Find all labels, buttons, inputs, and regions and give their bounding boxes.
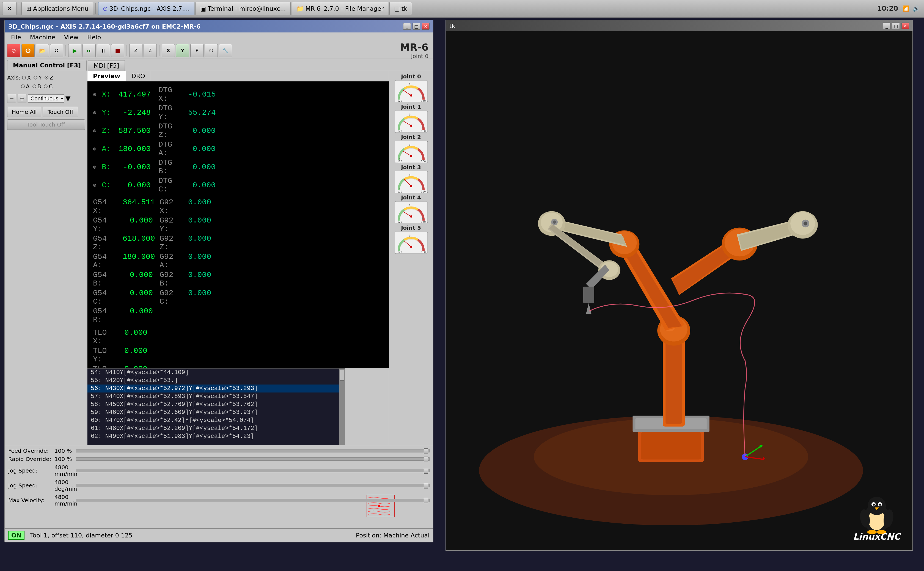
slider-thumb[interactable] bbox=[424, 483, 428, 489]
gcode-scrollbar[interactable] bbox=[339, 369, 345, 445]
home-all-button[interactable]: Home All bbox=[7, 107, 41, 117]
axis-b-radio[interactable]: B bbox=[32, 83, 41, 90]
override-slider[interactable] bbox=[76, 457, 430, 461]
axis-a-radio[interactable]: A bbox=[21, 83, 30, 90]
y-axis-button[interactable]: Y bbox=[176, 44, 189, 57]
reload-button[interactable]: ↺ bbox=[50, 44, 63, 57]
override-slider[interactable] bbox=[76, 449, 430, 452]
dro-dtg-label: DTG B: bbox=[158, 159, 186, 176]
tool-touch-off-button[interactable]: Tool Touch Off bbox=[7, 119, 85, 130]
override-value: 100 % bbox=[54, 456, 74, 462]
mode-tabs: Manual Control [F3] MDI [F5] bbox=[5, 59, 433, 71]
manual-control-tab[interactable]: Manual Control [F3] bbox=[7, 60, 86, 71]
taskbar-terminal-btn[interactable]: ▣ Terminal - mirco@linuxc... bbox=[196, 2, 290, 15]
touch-off-button[interactable]: Z bbox=[129, 44, 142, 57]
slider-thumb[interactable] bbox=[424, 498, 428, 503]
touch-off-ctrl-button[interactable]: Touch Off bbox=[43, 107, 78, 117]
tool-table-button[interactable]: 🔧 bbox=[219, 44, 232, 57]
menu-machine[interactable]: Machine bbox=[26, 33, 59, 42]
g92-value: 0.000 bbox=[184, 198, 211, 215]
slider-thumb[interactable] bbox=[424, 468, 428, 474]
dro-axis-row: ⊕ C: 0.000 DTG C: 0.000 bbox=[93, 177, 383, 194]
stop-run-button[interactable]: ■ bbox=[111, 44, 124, 57]
taskbar-apps-menu[interactable]: ⊞ Applications Menu bbox=[22, 2, 93, 15]
axis-c-radio[interactable]: C bbox=[44, 83, 52, 90]
override-slider[interactable] bbox=[76, 498, 430, 502]
g92-label: G92 X: bbox=[159, 198, 182, 215]
gcode-scroll-thumb[interactable] bbox=[340, 370, 344, 381]
dro-panel: ⊕ X: 417.497 DTG X: -0.015 ⊕ Y: -2.248 D… bbox=[88, 82, 389, 368]
dro-dtg-value: 55.274 bbox=[188, 108, 216, 117]
run-button[interactable]: ▶ bbox=[68, 44, 82, 57]
menu-view[interactable]: View bbox=[60, 33, 82, 42]
close-button[interactable]: ✕ bbox=[422, 23, 430, 30]
g54-label: G54 C: bbox=[93, 289, 120, 306]
dro-compass-icon: ⊕ bbox=[93, 127, 100, 134]
override-slider[interactable] bbox=[76, 469, 430, 472]
tk-close-button[interactable]: ✕ bbox=[901, 23, 909, 29]
left-panel-spacer bbox=[7, 132, 85, 442]
plus-button[interactable]: + bbox=[18, 94, 26, 103]
tk-window: tk _ □ ✕ bbox=[446, 20, 913, 551]
axis-z-radio[interactable]: Z bbox=[45, 74, 53, 81]
preview-tab[interactable]: Preview bbox=[88, 71, 126, 81]
probe-button[interactable]: Z̲ bbox=[143, 44, 157, 57]
joint-gauge-3: 120 0 160 bbox=[395, 171, 427, 193]
dro-compass-icon: ⊕ bbox=[93, 182, 100, 189]
slider-thumb[interactable] bbox=[424, 457, 428, 462]
open-file-button[interactable]: 📂 bbox=[36, 44, 49, 57]
svg-point-74 bbox=[553, 221, 556, 224]
override-slider[interactable] bbox=[76, 484, 430, 487]
taskbar-axis-btn[interactable]: ⊙ 3D_Chips.ngc - AXIS 2.7.... bbox=[98, 2, 195, 15]
g92-label bbox=[159, 307, 182, 324]
dro-g54-row: G54 C: 0.000 G92 C: 0.000 bbox=[93, 289, 383, 306]
open-icon: 📂 bbox=[39, 47, 46, 54]
gcode-lines-container: 54: N410Y[#<yscale>*44.109] 55: N420Y[#<… bbox=[88, 369, 345, 440]
axis-label-row: Axis: X Y Z bbox=[7, 74, 85, 81]
svg-text:160: 160 bbox=[421, 100, 426, 102]
tk-maximize-button[interactable]: □ bbox=[892, 23, 900, 29]
dro-tlo-row: TLO Y: 0.000 bbox=[93, 347, 383, 364]
power-button[interactable]: ⏻ bbox=[22, 44, 35, 57]
joint-1-block: Joint 1 120 0 160 bbox=[395, 103, 427, 133]
menu-help[interactable]: Help bbox=[83, 33, 105, 42]
y2-button[interactable]: P bbox=[190, 44, 204, 57]
g54-value: 0.000 bbox=[123, 216, 153, 233]
slider-thumb[interactable] bbox=[424, 448, 428, 454]
machine-name: MR-6 bbox=[400, 42, 429, 53]
window-title-text: 3D_Chips.ngc - AXIS 2.7.14-160-gd3a6cf7 … bbox=[8, 23, 201, 30]
jog-mode-select[interactable]: Continuous bbox=[28, 94, 64, 103]
jog-controls: − + Continuous ▼ bbox=[7, 94, 85, 103]
joint-label-4: Joint 4 bbox=[401, 194, 421, 201]
tlo-value: 0.000 bbox=[120, 329, 147, 346]
x-axis-button[interactable]: X bbox=[162, 44, 175, 57]
override-row: Jog Speed: 4800 mm/min bbox=[8, 464, 430, 477]
svg-text:120: 120 bbox=[397, 160, 402, 163]
axis-x-radio[interactable]: X bbox=[22, 74, 31, 81]
svg-text:120: 120 bbox=[397, 130, 402, 133]
dro-tab[interactable]: DRO bbox=[126, 71, 151, 81]
volume-icon: 🔊 bbox=[913, 5, 919, 12]
taskbar-filemanager-btn[interactable]: 📁 MR-6_2.7.0 - File Manager bbox=[292, 2, 388, 15]
taskbar-x-btn[interactable]: ✕ bbox=[2, 2, 17, 15]
svg-point-29 bbox=[410, 155, 412, 157]
mdi-tab[interactable]: MDI [F5] bbox=[88, 60, 125, 71]
pause-button[interactable]: ⏸ bbox=[97, 44, 110, 57]
step-button[interactable]: ⏭ bbox=[82, 44, 96, 57]
gcode-line: 55: N420Y[#<yscale>*53.] bbox=[88, 377, 345, 384]
view3d-button[interactable]: ⬡ bbox=[205, 44, 218, 57]
dro-axis-row: ⊕ Y: -2.248 DTG Y: 55.274 bbox=[93, 104, 383, 121]
tk-minimize-button[interactable]: _ bbox=[883, 23, 890, 29]
menu-file[interactable]: File bbox=[7, 33, 25, 42]
svg-text:120: 120 bbox=[397, 251, 402, 254]
taskbar-sep2 bbox=[96, 3, 96, 14]
estop-button[interactable]: ⊘ bbox=[7, 44, 20, 57]
maximize-button[interactable]: □ bbox=[412, 23, 420, 30]
taskbar-tk-btn[interactable]: ▢ tk bbox=[389, 2, 412, 15]
a-radio-dot bbox=[21, 85, 25, 88]
joint-label-3: Joint 3 bbox=[401, 164, 421, 171]
svg-text:160: 160 bbox=[421, 251, 426, 254]
axis-y-radio[interactable]: Y bbox=[34, 74, 42, 81]
minimize-button[interactable]: _ bbox=[403, 23, 411, 30]
minus-button[interactable]: − bbox=[7, 94, 16, 103]
